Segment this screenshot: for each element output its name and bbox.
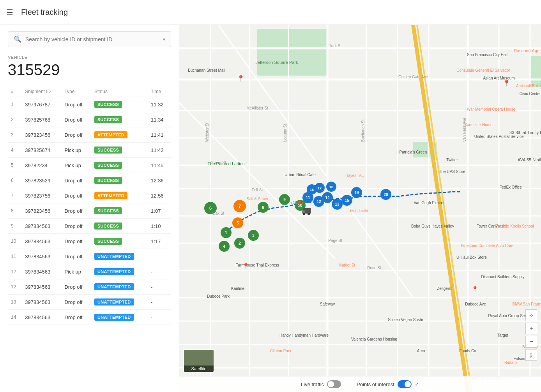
svg-text:FedEx Office: FedEx Office (499, 185, 522, 189)
row-type: Drop off (61, 188, 91, 203)
col-type: Type (61, 87, 91, 97)
svg-text:Civic Center: Civic Center (520, 92, 541, 96)
svg-text:7: 7 (239, 204, 241, 208)
row-status: SUCCESS (91, 158, 148, 173)
zoom-in-button[interactable]: + (525, 323, 537, 334)
table-row[interactable]: 4 397825674 Pick up SUCCESS 11:42 (8, 143, 171, 158)
svg-text:Valencia Gardens Housing: Valencia Gardens Housing (351, 337, 397, 341)
row-num: 10 (8, 234, 22, 249)
svg-text:Duboce Ave: Duboce Ave (465, 302, 486, 306)
table-header-row: # Shipment ID Type Status Time (8, 87, 171, 97)
col-status: Status (91, 87, 148, 97)
svg-text:Clinton Park: Clinton Park (270, 349, 292, 353)
check-icon: ✓ (415, 381, 419, 387)
table-row[interactable]: 7 397823756 Drop off ATTEMPTED 12:56 (8, 188, 171, 203)
table-row[interactable]: 6 397823529 Drop off SUCCESS 12:36 (8, 173, 171, 188)
row-shipment-id: 397834563 (22, 264, 61, 279)
row-num: 7 (8, 188, 22, 203)
row-time: 12:56 (148, 188, 171, 203)
row-status: ATTEMPTED (91, 188, 148, 203)
live-traffic-toggle[interactable] (327, 380, 341, 388)
table-row[interactable]: 3 397823456 Drop off ATTEMPTED 11:41 (8, 127, 171, 143)
points-of-interest-label: Points of interest (357, 381, 394, 387)
points-of-interest-toggle[interactable] (398, 380, 412, 388)
table-row[interactable]: 12 397834563 Drop off UNATTEMPTED - (8, 279, 171, 295)
zoom-out-button[interactable]: − (525, 336, 537, 348)
svg-text:Discount Builders Supply: Discount Builders Supply (481, 275, 524, 279)
svg-text:BMW San Francisco: BMW San Francisco (512, 302, 541, 306)
table-row[interactable]: 2 397825768 Drop off SUCCESS 11:34 (8, 112, 171, 127)
table-row[interactable]: 9 397834563 Drop off SUCCESS 1:10 (8, 219, 171, 234)
table-row[interactable]: 8 397823456 Drop off SUCCESS 1:07 (8, 203, 171, 219)
row-shipment-id: 39782234 (22, 158, 61, 173)
table-row[interactable]: 5 39782234 Pick up SUCCESS 11:45 (8, 158, 171, 173)
table-row[interactable]: 14 397834563 Drop off UNATTEMPTED - (8, 310, 171, 325)
sidebar: 🔍 ▾ VEHICLE 315529 # Shipment ID Type St… (0, 25, 179, 392)
row-type: Drop off (61, 112, 91, 127)
row-num: 11 (8, 249, 22, 264)
status-badge: ATTEMPTED (94, 131, 127, 138)
svg-text:Van Ness Ave: Van Ness Ave (462, 118, 467, 142)
row-shipment-id: 397834563 (22, 219, 61, 234)
table-row[interactable]: 13 397834563 Drop off UNATTEMPTED - (8, 295, 171, 310)
row-status: SUCCESS (91, 143, 148, 158)
row-type: Drop off (61, 234, 91, 249)
svg-text:15: 15 (345, 198, 349, 203)
svg-text:Buchanan St: Buchanan St (361, 120, 365, 142)
row-type: Pick up (61, 264, 91, 279)
row-type: Drop off (61, 249, 91, 264)
svg-text:Banneker Homes: Banneker Homes (464, 123, 494, 127)
svg-text:4: 4 (223, 244, 225, 249)
pegman-icon[interactable]: 🚶 (525, 349, 537, 361)
svg-text:📍: 📍 (242, 263, 249, 269)
satellite-thumbnail[interactable]: Satellite (183, 349, 214, 373)
svg-text:Shizen Vegan Sushi: Shizen Vegan Sushi (388, 318, 423, 322)
svg-text:16: 16 (310, 188, 314, 192)
row-type: Drop off (61, 203, 91, 219)
expand-icon[interactable]: ⊹ (525, 309, 537, 321)
svg-point-70 (308, 213, 310, 215)
menu-icon[interactable]: ☰ (6, 8, 13, 17)
svg-text:Zeitgeist: Zeitgeist (437, 286, 452, 291)
table-row[interactable]: 12 397834563 Pick up UNATTEMPTED - (8, 264, 171, 279)
row-time: - (148, 249, 171, 264)
app-bar: ☰ Fleet tracking (0, 0, 541, 25)
status-badge: ATTEMPTED (94, 192, 127, 199)
table-row[interactable]: 1 397976787 Drop off SUCCESS 11:32 (8, 97, 171, 112)
satellite-label: Satellite (184, 366, 214, 372)
live-traffic-label: Live traffic (301, 381, 324, 387)
row-time: - (148, 310, 171, 325)
row-num: 12 (8, 264, 22, 279)
status-badge: SUCCESS (94, 238, 122, 245)
row-shipment-id: 397823756 (22, 188, 61, 203)
row-time: 1:07 (148, 203, 171, 219)
svg-rect-2 (530, 56, 541, 87)
status-badge: SUCCESS (94, 222, 122, 230)
search-bar[interactable]: 🔍 ▾ (8, 31, 171, 47)
svg-text:U-Haul Box Store: U-Haul Box Store (456, 255, 487, 260)
row-num: 6 (8, 173, 22, 188)
row-shipment-id: 397823456 (22, 203, 61, 219)
row-type: Drop off (61, 127, 91, 143)
svg-text:Rose St: Rose St (367, 266, 381, 270)
svg-text:19: 19 (354, 191, 359, 195)
svg-text:The Painted Ladies: The Painted Ladies (208, 161, 245, 166)
row-type: Drop off (61, 219, 91, 234)
points-of-interest-toggle-group: Points of interest ✓ (357, 380, 419, 388)
table-row[interactable]: 11 397834563 Drop off UNATTEMPTED - (8, 249, 171, 264)
table-row[interactable]: 10 397834563 Drop off SUCCESS 1:17 (8, 234, 171, 249)
svg-text:San Francisco City Hall: San Francisco City Hall (467, 53, 507, 57)
svg-text:AVA 55 Ninth: AVA 55 Ninth (518, 157, 541, 162)
search-input[interactable] (25, 36, 160, 42)
row-shipment-id: 397825674 (22, 143, 61, 158)
row-status: SUCCESS (91, 97, 148, 112)
map-container[interactable]: 1 2 3 4 5 6 7 (179, 25, 541, 392)
svg-text:Market St: Market St (339, 263, 355, 267)
chevron-down-icon[interactable]: ▾ (163, 37, 165, 42)
svg-text:Golden Gate Ave: Golden Gate Ave (398, 75, 428, 79)
svg-text:Van Gogh Exhibit: Van Gogh Exhibit (414, 201, 444, 205)
row-type: Drop off (61, 173, 91, 188)
row-shipment-id: 397823529 (22, 173, 61, 188)
status-badge: SUCCESS (94, 147, 122, 154)
row-time: 11:34 (148, 112, 171, 127)
